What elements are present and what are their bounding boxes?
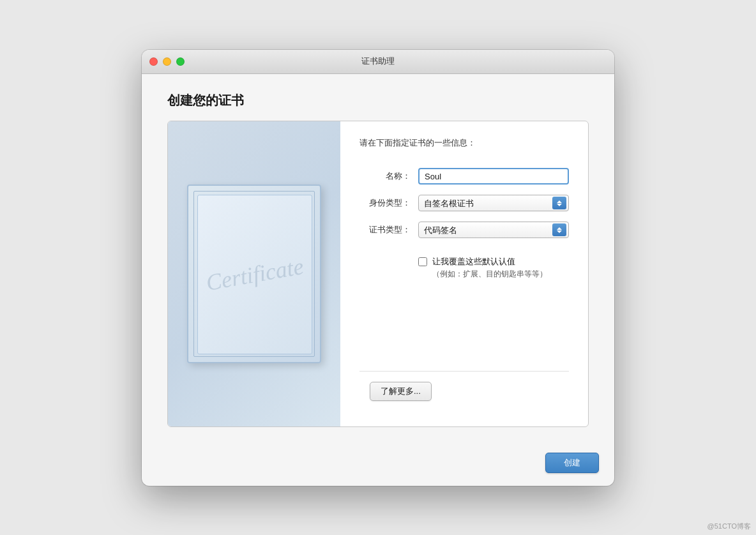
maximize-button[interactable] <box>176 57 185 66</box>
form-bottom: 了解更多... <box>359 371 569 411</box>
identity-label: 身份类型： <box>359 197 411 209</box>
cert-type-select[interactable]: 代码签名 <box>418 222 569 238</box>
cert-watermark-text: Certificate <box>204 252 306 296</box>
override-defaults-row: 让我覆盖这些默认认值 （例如：扩展、目的钥匙串等等） <box>418 256 569 280</box>
checkbox-sub-label: （例如：扩展、目的钥匙串等等） <box>432 269 547 280</box>
window-title: 证书助理 <box>361 56 395 67</box>
certificate-assistant-window: 证书助理 创建您的证书 Certificate 请在下面指定证书的一些信息： 名 <box>142 50 614 486</box>
learn-more-button[interactable]: 了解更多... <box>370 382 432 401</box>
form-area: 请在下面指定证书的一些信息： 名称： 身份类型： 自签名根证书 <box>340 121 588 426</box>
identity-select-wrapper: 自签名根证书 <box>418 195 569 211</box>
override-defaults-checkbox[interactable] <box>418 257 427 266</box>
create-button[interactable]: 创建 <box>545 453 599 473</box>
cert-type-label: 证书类型： <box>359 224 411 236</box>
identity-type-row: 身份类型： 自签名根证书 <box>359 195 569 211</box>
form-fields: 名称： 身份类型： 自签名根证书 <box>359 168 569 238</box>
page-title: 创建您的证书 <box>167 92 589 109</box>
titlebar: 证书助理 <box>142 50 614 74</box>
cert-card-inner: Certificate <box>197 195 312 354</box>
name-label: 名称： <box>359 170 411 182</box>
name-input[interactable] <box>418 168 569 185</box>
identity-select[interactable]: 自签名根证书 <box>418 195 569 211</box>
close-button[interactable] <box>149 57 158 66</box>
watermark: @51CTO博客 <box>707 522 751 531</box>
window-footer: 创建 <box>142 442 614 486</box>
name-row: 名称： <box>359 168 569 185</box>
form-instruction: 请在下面指定证书的一些信息： <box>359 137 569 149</box>
window-controls <box>149 57 185 66</box>
main-content: 创建您的证书 Certificate 请在下面指定证书的一些信息： 名称： <box>142 74 614 442</box>
cert-type-select-wrapper: 代码签名 <box>418 222 569 238</box>
certificate-illustration: Certificate <box>168 121 340 426</box>
cert-card-outer: Certificate <box>187 185 321 363</box>
checkbox-label-group: 让我覆盖这些默认认值 （例如：扩展、目的钥匙串等等） <box>432 256 547 280</box>
cert-type-row: 证书类型： 代码签名 <box>359 222 569 238</box>
form-panel: Certificate 请在下面指定证书的一些信息： 名称： 身份类型： <box>167 121 589 427</box>
checkbox-main-label: 让我覆盖这些默认认值 <box>432 256 547 268</box>
minimize-button[interactable] <box>163 57 171 66</box>
